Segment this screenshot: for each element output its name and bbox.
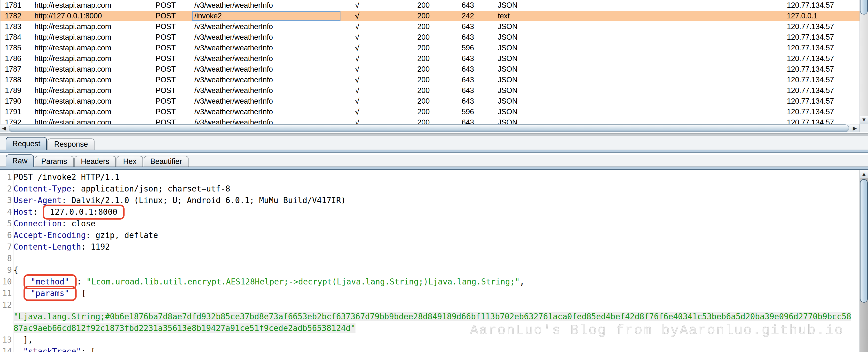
table-row[interactable]: 1791http://restapi.amap.comPOST/v3/weath… [0, 107, 860, 117]
table-row[interactable]: 1781http://restapi.amap.comPOST/v3/weath… [0, 0, 860, 11]
params-check-icon: √ [355, 53, 360, 64]
watermark: AaronLuo's Blog from byAaronluo.github.i… [470, 322, 844, 338]
params-check-icon: √ [355, 43, 360, 53]
proxy-history-window: 1781http://restapi.amap.comPOST/v3/weath… [0, 0, 868, 352]
ip-cell: 120.77.134.57 [787, 43, 834, 53]
url-cell: /v3/weather/weatherInfo [194, 21, 273, 32]
line-number: 14 [0, 346, 12, 352]
url-cell-focus-ring [192, 11, 340, 21]
table-row[interactable]: 1786http://restapi.amap.comPOST/v3/weath… [0, 53, 860, 64]
tab-params[interactable]: Params [35, 156, 74, 167]
table-vertical-scrollbar-thumb[interactable] [860, 0, 868, 14]
table-row[interactable]: 1785http://restapi.amap.comPOST/v3/weath… [0, 43, 860, 53]
method-cell: POST [156, 96, 176, 107]
editor-line: 6Accept-Encoding: gzip, deflate [0, 230, 868, 241]
tab-headers[interactable]: Headers [74, 156, 116, 167]
params-check-icon: √ [355, 64, 360, 75]
row-number: 1784 [5, 32, 21, 43]
line-content: Host: 127.0.0.1:8000 [12, 206, 125, 218]
length-cell: 643 [462, 64, 474, 75]
host-cell: http://restapi.amap.com [34, 117, 111, 124]
line-number: 10 [0, 276, 12, 288]
table-row[interactable]: 1788http://restapi.amap.comPOST/v3/weath… [0, 75, 860, 85]
line-content: ], [12, 334, 33, 346]
method-cell: POST [156, 32, 176, 43]
line-content: Content-Length: 1192 [12, 241, 110, 253]
text-segment [13, 277, 23, 286]
scroll-right-icon[interactable]: ▶ [850, 124, 860, 133]
row-number: 1785 [5, 43, 21, 53]
line-number: 9 [0, 265, 12, 276]
table-row[interactable]: 1789http://restapi.amap.comPOST/v3/weath… [0, 85, 860, 96]
ip-cell: 120.77.134.57 [787, 21, 834, 32]
line-number: 5 [0, 218, 12, 230]
scrollbar-corner [860, 124, 868, 133]
text-segment: [ [77, 289, 87, 298]
text-segment: { [13, 265, 19, 275]
ip-cell: 120.77.134.57 [787, 0, 834, 11]
params-check-icon: √ [355, 75, 360, 85]
panel-divider[interactable] [0, 133, 868, 136]
line-content [12, 253, 13, 265]
tab-raw[interactable]: Raw [6, 154, 34, 167]
line-content: "method": "Lcom.uroad.lib.util.encrypt.A… [12, 276, 524, 288]
scroll-down-icon[interactable]: ▼ [860, 116, 868, 124]
row-number: 1791 [5, 107, 21, 117]
editor-line: 12 [0, 299, 868, 311]
tab-response[interactable]: Response [48, 138, 94, 150]
url-cell: /v3/weather/weatherInfo [194, 75, 273, 85]
params-check-icon: √ [355, 85, 360, 96]
mime-cell: JSON [498, 107, 517, 117]
params-check-icon: √ [355, 11, 360, 21]
line-number: 3 [0, 195, 12, 206]
ip-cell: 120.77.134.57 [787, 107, 834, 117]
row-number: 1783 [5, 21, 21, 32]
text-segment: Content-Length [13, 242, 81, 251]
editor-line: 2Content-Type: application/json; charset… [0, 183, 868, 195]
length-cell: 596 [462, 43, 474, 53]
editor-line: 8 [0, 253, 868, 265]
table-horizontal-scrollbar[interactable]: ◀ ▶ [0, 124, 868, 132]
table-row[interactable]: 1784http://restapi.amap.comPOST/v3/weath… [0, 32, 860, 43]
scroll-up-icon[interactable]: ▲ [860, 170, 868, 178]
editor-line: 14 "stackTrace": [ [0, 346, 868, 352]
mime-cell: JSON [498, 43, 517, 53]
table-row[interactable]: 1787http://restapi.amap.comPOST/v3/weath… [0, 64, 860, 75]
length-cell: 643 [462, 85, 474, 96]
host-cell: http://restapi.amap.com [34, 64, 111, 75]
line-number: 6 [0, 230, 12, 241]
row-number: 1788 [5, 75, 21, 85]
table-vertical-scrollbar[interactable]: ▼ [860, 0, 868, 124]
line-number: 4 [0, 206, 12, 218]
length-cell: 643 [462, 75, 474, 85]
editor-vertical-scrollbar-thumb[interactable] [860, 179, 868, 303]
table-row[interactable]: 1783http://restapi.amap.comPOST/v3/weath… [0, 21, 860, 32]
line-content: "stackTrace": [ [12, 346, 95, 352]
table-row[interactable]: 1792http://restapi.amap.comPOST/v3/weath… [0, 117, 860, 124]
editor-line: 5Connection: close [0, 218, 868, 230]
method-cell: POST [156, 53, 176, 64]
status-cell: 200 [417, 117, 430, 124]
status-cell: 200 [417, 0, 430, 11]
editor-line: 4Host: 127.0.0.1:8000 [0, 206, 868, 218]
host-cell: http://restapi.amap.com [34, 21, 111, 32]
text-segment: "params" [31, 289, 69, 298]
table-horizontal-scrollbar-thumb[interactable] [9, 125, 849, 132]
tab-request[interactable]: Request [6, 137, 47, 150]
text-segment: : [77, 277, 87, 286]
scroll-left-icon[interactable]: ◀ [0, 124, 8, 133]
editor-vertical-scrollbar[interactable]: ▲ [860, 170, 868, 352]
line-content: POST /invoke2 HTTP/1.1 [12, 171, 120, 183]
line-number: 8 [0, 253, 12, 265]
editor-line: 3User-Agent: Dalvik/2.1.0 (Linux; U; And… [0, 195, 868, 206]
text-segment: ], [13, 335, 33, 345]
table-row[interactable]: 1782http://127.0.0.1:8000POST/invoke2√20… [0, 11, 860, 21]
host-cell: http://restapi.amap.com [34, 0, 111, 11]
tab-hex[interactable]: Hex [117, 156, 143, 167]
table-row[interactable]: 1790http://restapi.amap.comPOST/v3/weath… [0, 96, 860, 107]
tab-beautifier[interactable]: Beautifier [144, 156, 188, 167]
row-number: 1792 [5, 117, 21, 124]
editor-line: 9{ [0, 265, 868, 276]
text-segment: 127.0.0.1:8000 [50, 207, 117, 217]
text-segment: "stackTrace" [23, 347, 81, 352]
